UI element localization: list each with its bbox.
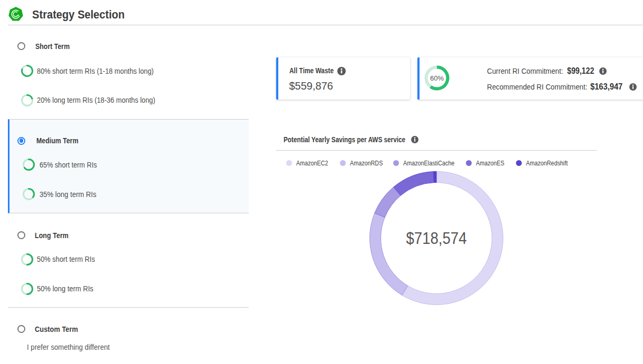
svg-text:60%: 60% [430,74,444,82]
